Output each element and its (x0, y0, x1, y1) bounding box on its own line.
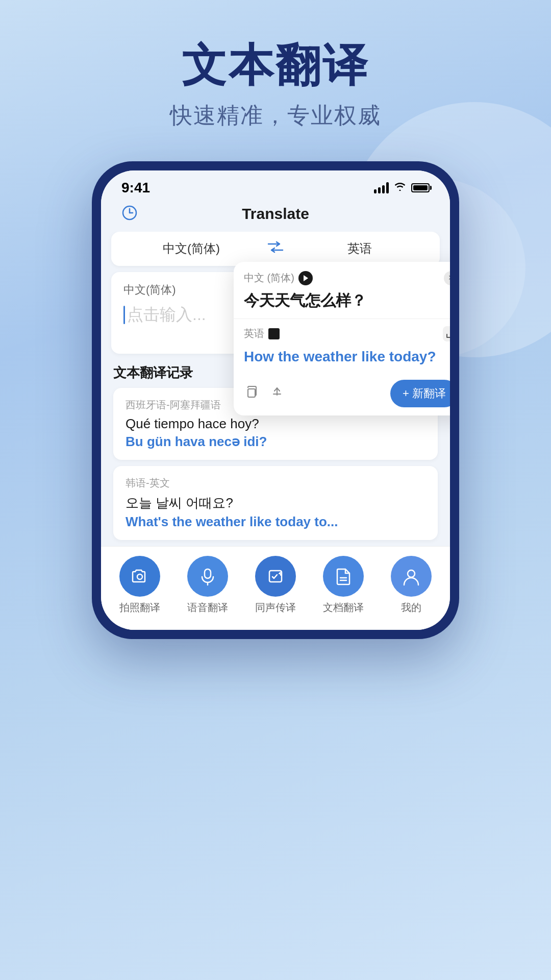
swap-icon[interactable] (266, 240, 285, 258)
sync-icon-circle (255, 556, 296, 597)
nav-label-mic: 语音翻译 (187, 601, 228, 615)
signal-icon (374, 182, 389, 193)
wifi-icon (394, 181, 406, 194)
main-title: 文本翻译 (0, 41, 551, 90)
popup-action-icons (244, 384, 285, 403)
history-target-0: Bu gün hava necə idi? (126, 434, 425, 450)
svg-point-10 (408, 570, 415, 577)
doc-icon-circle (323, 556, 364, 597)
nav-item-mic[interactable]: 语音翻译 (187, 556, 228, 615)
phone-wrapper: 9:41 (0, 161, 551, 639)
history-langs-1: 韩语-英文 (126, 476, 425, 490)
history-source-1: 오늘 날씨 어때요? (126, 494, 425, 512)
nav-item-doc[interactable]: 文档翻译 (323, 556, 364, 615)
popup-target-lang: 英语 (244, 327, 280, 340)
history-source-0: Qué tiempo hace hoy? (126, 416, 425, 432)
svg-point-4 (137, 574, 142, 579)
status-time: 9:41 (121, 180, 150, 196)
popup-source-lang-row: 中文 (简体) × (244, 271, 450, 285)
phone-inner: 9:41 (101, 170, 450, 630)
history-target-1: What's the weather like today to... (126, 514, 425, 530)
user-icon-circle (391, 556, 432, 597)
input-section[interactable]: 中文(简体) 点击输入... 中文 (简体) (111, 272, 440, 354)
history-icon[interactable] (121, 205, 138, 223)
svg-rect-3 (248, 389, 255, 397)
target-language[interactable]: 英语 (295, 240, 424, 257)
new-translate-button[interactable]: + 新翻译 (390, 380, 450, 407)
play-source-button[interactable] (298, 271, 313, 285)
nav-label-doc: 文档翻译 (323, 601, 364, 615)
copy-icon[interactable] (244, 384, 259, 403)
popup-target-lang-row: 英语 (244, 326, 450, 341)
stop-button[interactable] (268, 328, 280, 339)
popup-actions: + 新翻译 (234, 374, 450, 415)
source-language[interactable]: 中文(简体) (127, 240, 256, 257)
status-icons (374, 181, 430, 194)
close-popup-button[interactable]: × (444, 271, 450, 285)
header-section: 文本翻译 快速精准，专业权威 (0, 0, 551, 151)
popup-target-section: 英语 How the weather like today? (234, 319, 450, 374)
svg-rect-5 (205, 569, 211, 578)
nav-item-user[interactable]: 我的 (391, 556, 432, 615)
subtitle: 快速精准，专业权威 (0, 101, 551, 131)
popup-source-lang: 中文 (简体) (244, 271, 313, 285)
language-bar: 中文(简体) 英语 (111, 232, 440, 266)
expand-button[interactable] (443, 326, 450, 341)
camera-icon-circle (119, 556, 160, 597)
app-header: Translate (101, 200, 450, 232)
popup-source-text: 今天天气怎么样？ (244, 290, 450, 311)
bottom-nav: 拍照翻译 语音翻译 (101, 546, 450, 630)
app-title: Translate (242, 205, 309, 223)
history-card-1[interactable]: 韩语-英文 오늘 날씨 어때요? What's the weather like… (113, 466, 438, 540)
popup-translated-text: How the weather like today? (244, 347, 450, 366)
nav-item-sync[interactable]: 同声传译 (255, 556, 296, 615)
nav-item-camera[interactable]: 拍照翻译 (119, 556, 160, 615)
input-cursor (123, 306, 125, 324)
mic-icon-circle (187, 556, 228, 597)
battery-icon (411, 183, 430, 192)
translation-popup: 中文 (简体) × 今天天气怎么样？ (234, 262, 450, 415)
status-bar: 9:41 (101, 170, 450, 200)
nav-label-camera: 拍照翻译 (119, 601, 160, 615)
nav-label-sync: 同声传译 (255, 601, 296, 615)
nav-label-user: 我的 (401, 601, 421, 615)
popup-source-section: 中文 (简体) × 今天天气怎么样？ (234, 262, 450, 319)
share-icon[interactable] (269, 384, 285, 403)
phone-frame: 9:41 (92, 161, 459, 639)
